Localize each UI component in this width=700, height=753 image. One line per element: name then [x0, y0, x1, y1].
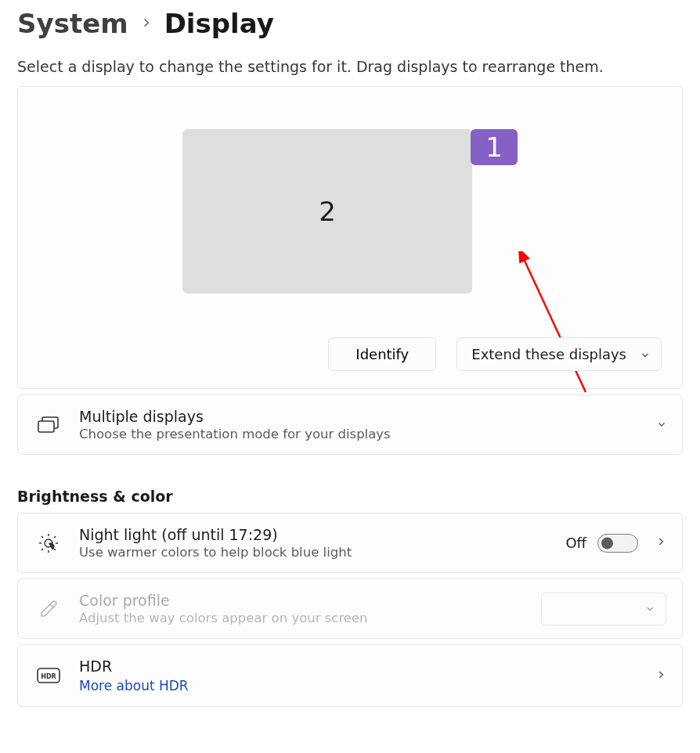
eyedropper-icon: [35, 599, 62, 619]
night-light-row[interactable]: Night light (off until 17:29) Use warmer…: [17, 513, 683, 573]
chevron-down-icon: [640, 346, 650, 362]
svg-line-10: [54, 536, 56, 538]
chevron-right-icon[interactable]: [655, 668, 666, 683]
svg-rect-2: [38, 421, 54, 432]
color-profile-title: Color profile: [79, 592, 524, 609]
multiple-displays-title: Multiple displays: [79, 408, 640, 425]
night-light-toggle[interactable]: [597, 534, 638, 553]
chevron-right-icon[interactable]: [655, 535, 666, 550]
chevron-right-icon: [141, 16, 152, 31]
color-profile-dropdown[interactable]: [541, 593, 666, 625]
hint-text: Select a display to change the settings …: [17, 58, 683, 75]
svg-line-11: [41, 549, 43, 550]
night-light-toggle-label: Off: [565, 535, 586, 551]
hdr-more-link[interactable]: More about HDR: [79, 678, 638, 694]
night-light-title: Night light (off until 17:29): [79, 526, 548, 543]
display-mode-dropdown[interactable]: Extend these displays: [456, 337, 662, 371]
hdr-row[interactable]: HDR HDR More about HDR: [17, 644, 683, 707]
color-profile-row: Color profile Adjust the way colors appe…: [17, 578, 683, 639]
multiple-displays-row[interactable]: Multiple displays Choose the presentatio…: [17, 395, 683, 455]
display-arrangement-panel: 2 1 Identify Extend these displays: [17, 86, 683, 389]
identify-button[interactable]: Identify: [328, 337, 436, 371]
svg-line-9: [54, 549, 56, 550]
display-box-2[interactable]: 2: [182, 129, 472, 294]
color-profile-sub: Adjust the way colors appear on your scr…: [79, 611, 524, 625]
display-mode-value: Extend these displays: [471, 346, 626, 362]
multiple-displays-icon: [35, 416, 62, 434]
chevron-down-icon: [645, 601, 655, 616]
svg-line-8: [41, 536, 43, 538]
hdr-title: HDR: [79, 658, 638, 675]
multiple-displays-sub: Choose the presentation mode for your di…: [79, 427, 640, 441]
display-arrangement-area[interactable]: 2 1: [18, 87, 682, 337]
night-light-sub: Use warmer colors to help block blue lig…: [79, 545, 548, 560]
breadcrumb: System Display: [17, 0, 683, 58]
hdr-icon: HDR: [35, 668, 62, 683]
section-brightness-color: Brightness & color: [17, 488, 683, 505]
chevron-down-icon: [657, 417, 666, 432]
night-light-icon: [35, 532, 62, 554]
breadcrumb-current: Display: [164, 8, 274, 39]
display-box-1[interactable]: 1: [471, 129, 518, 165]
breadcrumb-parent[interactable]: System: [17, 8, 128, 39]
svg-text:HDR: HDR: [41, 673, 56, 680]
